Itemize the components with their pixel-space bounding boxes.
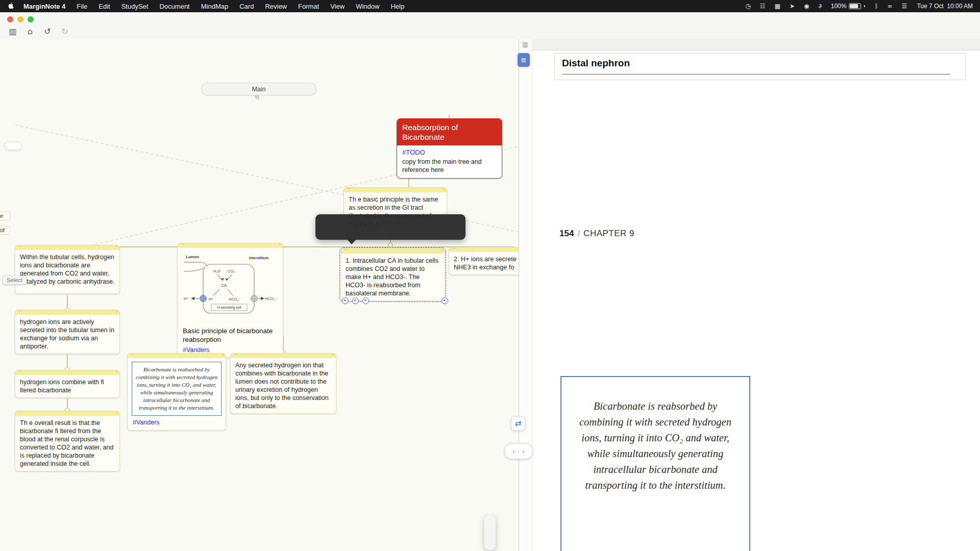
zoom-window-button[interactable]: [28, 16, 34, 22]
menu-item-document[interactable]: Document: [154, 3, 195, 10]
study-home-icon[interactable]: ⌂: [22, 25, 38, 37]
tab-sidebar-icon[interactable]: ▥: [522, 41, 528, 48]
note-text: 1. Intracellular CA in tubular cells com…: [341, 254, 445, 300]
svg-text:HCO₃⁻: HCO₃⁻: [265, 296, 277, 301]
note-text: hydrogen ions are actively secreted into…: [15, 315, 119, 354]
card-quote-excerpt[interactable]: ⋯› Bicarbonate is reabsorbed by combinin…: [127, 353, 226, 431]
note-overall-result[interactable]: ⋯› Th e overall result is that the bicar…: [15, 411, 120, 471]
note-header[interactable]: ⋯›: [178, 243, 283, 248]
window-layout-icon[interactable]: ▦: [770, 3, 785, 10]
bluetooth-icon[interactable]: ᛒ: [870, 3, 883, 10]
handoff-icon[interactable]: ∞: [883, 3, 897, 10]
svg-text:CO₂: CO₂: [228, 269, 235, 273]
note-header[interactable]: ⋯›: [231, 354, 336, 358]
svg-text:Interstitium: Interstitium: [249, 256, 268, 260]
note-hydrogen-combine[interactable]: ⋯› hydrogen ions combine with fi ltered …: [15, 370, 120, 398]
menu-item-edit[interactable]: Edit: [93, 3, 115, 10]
clipped-note-fragment[interactable]: of: [0, 226, 10, 235]
svg-text:H⁺: H⁺: [184, 296, 188, 301]
card-title: Basic principle of bicarbonate reabsorpt…: [178, 325, 283, 344]
excerpt-popup-toolbar: [315, 214, 465, 240]
dock: [484, 515, 496, 550]
svg-text:Lumen: Lumen: [186, 255, 199, 259]
menu-item-view[interactable]: View: [325, 3, 350, 10]
menu-item-studyset[interactable]: StudySet: [116, 3, 154, 10]
apple-menu-icon[interactable]: [8, 3, 15, 10]
note-header[interactable]: ⋯›: [344, 188, 447, 192]
close-window-button[interactable]: [7, 16, 13, 22]
chevron-down-icon[interactable]: ∨: [254, 93, 258, 100]
redo-icon[interactable]: ↻: [57, 25, 72, 37]
nav-forward-icon[interactable]: ›: [522, 447, 524, 455]
quote-image-box: Bicarbonate is reabsorbed by combining i…: [132, 362, 222, 416]
hearing-icon[interactable]: ∂: [814, 3, 826, 10]
time-machine-icon[interactable]: ◷: [741, 3, 755, 10]
mindmap-tool-strip: [5, 142, 21, 150]
excerpt-heading: Distal nephron: [562, 58, 958, 69]
note-header[interactable]: ⋯›: [15, 411, 119, 416]
menu-item-help[interactable]: Help: [385, 3, 410, 10]
todo-tag[interactable]: #TODO: [402, 148, 497, 157]
note-header[interactable]: ⋯›: [128, 354, 226, 358]
note-header[interactable]: ⋯›: [341, 249, 445, 254]
note-h-ions-secreted[interactable]: ⋯ 2. H+ ions are secrete NHE3 in exchang…: [449, 247, 519, 275]
node-handle[interactable]: [352, 297, 359, 304]
select-tooltip: Select: [3, 276, 27, 285]
menu-clock[interactable]: Tue 7 Oct 10:00 AM: [912, 3, 975, 10]
node-handle[interactable]: [342, 297, 349, 304]
topic-node-title: Reabsorption of Bicarbonate: [397, 119, 502, 145]
menu-item-card[interactable]: Card: [234, 3, 259, 10]
note-text: Th e overall result is that the bicarbon…: [15, 416, 119, 471]
excerpt-selection-box[interactable]: Distal nephron: [554, 53, 966, 80]
clipped-note-fragment[interactable]: e: [0, 211, 10, 220]
screen: MarginNote 4 FileEditStudySetDocumentMin…: [0, 0, 980, 551]
quote-text: Bicarbonate is reabsorbed by combining i…: [135, 366, 218, 412]
nav-back-icon[interactable]: ‹: [512, 447, 514, 455]
note-intracellular-ca-selected[interactable]: ⋯› 1. Intracellular CA in tubular cells …: [340, 248, 445, 301]
menu-item-window[interactable]: Window: [350, 3, 385, 10]
menu-item-format[interactable]: Format: [292, 3, 325, 10]
swap-panes-button[interactable]: ⇄: [511, 416, 525, 431]
note-text: 2. H+ ions are secrete NHE3 in exchange …: [449, 252, 519, 274]
sidebar-toggle-icon[interactable]: ▥: [5, 25, 20, 37]
menu-app-name[interactable]: MarginNote 4: [18, 3, 71, 10]
stack-icon[interactable]: ☷: [755, 3, 770, 10]
bicarbonate-diagram: Lumen Interstitium H₂O CO₂ CA H⁺ HCO₃⁻: [182, 249, 279, 325]
battery-percent: 100%: [831, 3, 847, 10]
svg-text:H⁺: H⁺: [209, 297, 213, 302]
page-number: 154: [559, 229, 574, 238]
note-hydrogen-secreted[interactable]: ⋯› hydrogen ions are actively secreted i…: [15, 310, 120, 354]
topic-node-reabsorption[interactable]: Reabsorption of Bicarbonate #TODO copy f…: [397, 118, 502, 179]
stage-manager-icon[interactable]: ☰: [897, 3, 912, 10]
node-handle[interactable]: [362, 297, 369, 304]
page-navigation-pill[interactable]: ‹ · ›: [504, 443, 533, 459]
note-header[interactable]: ⋯›: [15, 310, 119, 315]
note-header[interactable]: ⋯: [449, 247, 519, 252]
main-node-label: Main: [252, 86, 265, 93]
pdf-pane[interactable]: ▥ Distal nephron 154/CHAPTER 9 Bicarbona…: [519, 39, 980, 551]
note-text: Any secreted hydrogen ion that combines …: [231, 358, 336, 413]
pdf-quote-box[interactable]: Bicarbonate is reabsorbed by combining i…: [560, 376, 750, 551]
note-header[interactable]: ⋯›: [15, 245, 119, 250]
node-handle[interactable]: [442, 297, 448, 304]
minimize-window-button[interactable]: [17, 16, 23, 22]
flashcard-deck-toggle[interactable]: ≣: [518, 53, 530, 67]
menu-status-area: ◷☷▦➤◉∂ 100% ᛒ∞☰Tue 7 Oct 10:00 AM: [741, 3, 980, 10]
play-status-icon[interactable]: ◉: [799, 3, 814, 10]
window-toolbar: ▥⌂↺↻: [0, 12, 980, 39]
note-within-tubular-cells[interactable]: ⋯› Within the tubular cells, hydrogen io…: [15, 245, 120, 294]
menu-item-mindmap[interactable]: MindMap: [195, 3, 234, 10]
note-any-secreted-hydrogen[interactable]: ⋯› Any secreted hydrogen ion that combin…: [230, 353, 336, 414]
pdf-gutter: ▥: [519, 39, 532, 551]
note-header[interactable]: ⋯›: [15, 370, 119, 375]
main-node-button[interactable]: Main: [201, 83, 316, 95]
battery-indicator[interactable]: 100%: [826, 3, 870, 10]
mindmap-pane[interactable]: Main ∨ Reabsorption of Bicarbonate #TODO…: [0, 39, 519, 551]
svg-text:CA: CA: [221, 283, 227, 288]
undo-icon[interactable]: ↺: [40, 25, 55, 37]
menu-item-file[interactable]: File: [71, 3, 93, 10]
cursor-app-icon[interactable]: ➤: [785, 3, 799, 10]
vanders-tag[interactable]: #Vanders: [128, 418, 226, 430]
card-basic-principle-diagram[interactable]: ⋯› Lumen Interstitium H₂O CO₂ CA H⁺ HCO₃…: [177, 243, 283, 358]
menu-item-review[interactable]: Review: [259, 3, 292, 10]
